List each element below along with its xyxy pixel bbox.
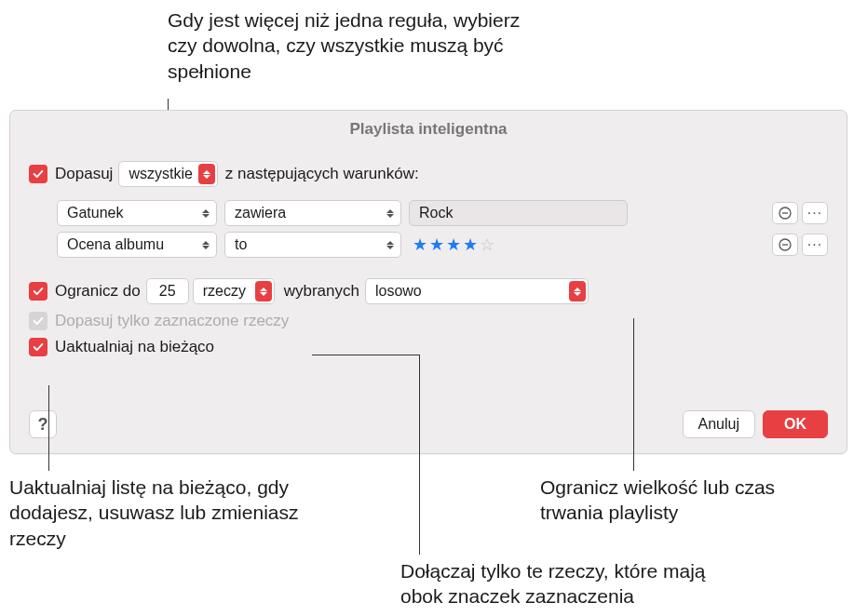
star-icon: ★ xyxy=(413,234,427,255)
rule-operator-select[interactable]: to xyxy=(224,232,401,258)
annotation-top: Gdy jest więcej niż jedna reguła, wybier… xyxy=(168,7,540,84)
live-update-label: Uaktualniaj na bieżąco xyxy=(55,338,214,356)
dots-icon: ··· xyxy=(807,236,822,253)
rule-value-input[interactable]: Rock xyxy=(409,200,628,226)
cancel-button[interactable]: Anuluj xyxy=(683,410,755,438)
match-checkbox[interactable] xyxy=(29,165,47,183)
limit-row: Ogranicz do 25 rzeczy wybranych losowo xyxy=(29,278,828,304)
leader-line xyxy=(312,355,419,355)
match-suffix: z następujących warunków: xyxy=(225,165,419,183)
live-update-checkbox[interactable] xyxy=(29,338,47,356)
star-empty-icon: ☆ xyxy=(480,234,494,255)
star-icon: ★ xyxy=(463,234,478,255)
chevron-updown-icon xyxy=(197,203,214,223)
match-checked-label: Dopasuj tylko zaznaczone rzeczy xyxy=(55,312,289,330)
chevron-updown-icon xyxy=(197,234,214,255)
rule-more-button[interactable]: ··· xyxy=(802,234,828,256)
rule-row: Ocena albumu to ★ ★ ★ ★ ☆ xyxy=(57,232,828,258)
remove-rule-button[interactable] xyxy=(772,202,798,224)
chevron-updown-icon xyxy=(382,234,399,255)
limit-method-value: losowo xyxy=(375,283,563,300)
rule-more-button[interactable]: ··· xyxy=(802,202,828,224)
match-checked-checkbox[interactable] xyxy=(29,312,47,330)
chevron-updown-icon xyxy=(382,203,399,223)
star-icon: ★ xyxy=(429,234,444,255)
annotation-bottom-mid: Dołączaj tylko te rzeczy, które mają obo… xyxy=(400,558,736,609)
leader-line xyxy=(419,355,420,555)
match-mode-select[interactable]: wszystkie xyxy=(118,161,217,187)
rule-operator-value: to xyxy=(235,236,376,253)
rule-field-value: Gatunek xyxy=(67,205,192,221)
match-label: Dopasuj xyxy=(55,165,113,183)
rule-field-value: Ocena albumu xyxy=(67,236,192,253)
limit-label: Ogranicz do xyxy=(55,282,141,301)
limit-method-select[interactable]: losowo xyxy=(365,278,589,304)
rule-row: Gatunek zawiera Rock ··· xyxy=(57,200,828,226)
limit-unit-select[interactable]: rzeczy xyxy=(193,278,275,304)
remove-rule-button[interactable] xyxy=(772,234,798,256)
match-row: Dopasuj wszystkie z następujących warunk… xyxy=(29,161,828,187)
annotation-bottom-left: Uaktualniaj listę na bieżąco, gdy dodaje… xyxy=(9,475,317,551)
chevron-updown-icon xyxy=(198,164,215,184)
live-update-row: Uaktualniaj na bieżąco xyxy=(29,338,828,356)
dialog-footer: ? Anuluj OK xyxy=(29,410,828,438)
star-icon: ★ xyxy=(446,234,461,255)
leader-line xyxy=(633,318,634,471)
match-mode-value: wszystkie xyxy=(129,166,192,182)
chevron-updown-icon xyxy=(569,281,586,301)
rules-container: Gatunek zawiera Rock ··· Ocena xyxy=(29,194,828,273)
smart-playlist-dialog: Playlista inteligentna Dopasuj wszystkie… xyxy=(9,110,847,454)
minus-icon xyxy=(779,238,792,251)
chevron-updown-icon xyxy=(255,281,272,301)
limit-unit-value: rzeczy xyxy=(203,283,250,300)
dots-icon: ··· xyxy=(807,205,822,221)
rule-field-select[interactable]: Ocena albumu xyxy=(57,232,217,258)
limit-checkbox[interactable] xyxy=(29,282,47,301)
rule-field-select[interactable]: Gatunek xyxy=(57,200,217,226)
dialog-title: Playlista inteligentna xyxy=(10,120,847,148)
ok-button[interactable]: OK xyxy=(763,410,828,438)
rule-value-stars[interactable]: ★ ★ ★ ★ ☆ xyxy=(413,234,494,255)
annotation-bottom-right: Ogranicz wielkość lub czas trwania playl… xyxy=(540,475,829,526)
rule-operator-value: zawiera xyxy=(235,205,376,221)
minus-icon xyxy=(779,207,792,220)
leader-line xyxy=(48,385,49,471)
match-checked-row: Dopasuj tylko zaznaczone rzeczy xyxy=(29,312,828,330)
help-button[interactable]: ? xyxy=(29,410,57,438)
limit-count-input[interactable]: 25 xyxy=(146,278,189,304)
rule-operator-select[interactable]: zawiera xyxy=(224,200,401,226)
limit-selected-label: wybranych xyxy=(284,282,359,301)
